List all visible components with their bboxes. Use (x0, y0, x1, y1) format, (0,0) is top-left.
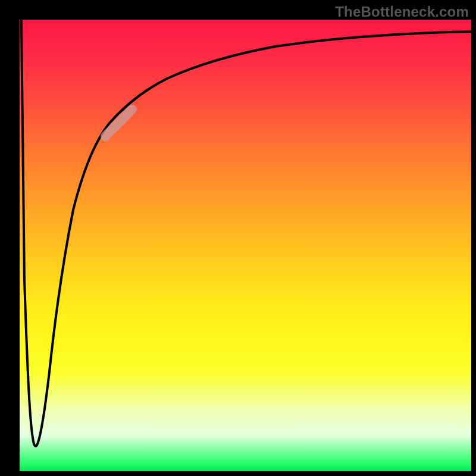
chart-frame: TheBottleneck.com (0, 0, 476, 476)
watermark-text: TheBottleneck.com (335, 4, 469, 20)
curve-layer (20, 20, 471, 471)
plot-area (20, 20, 471, 471)
bottleneck-curve (21, 20, 471, 446)
